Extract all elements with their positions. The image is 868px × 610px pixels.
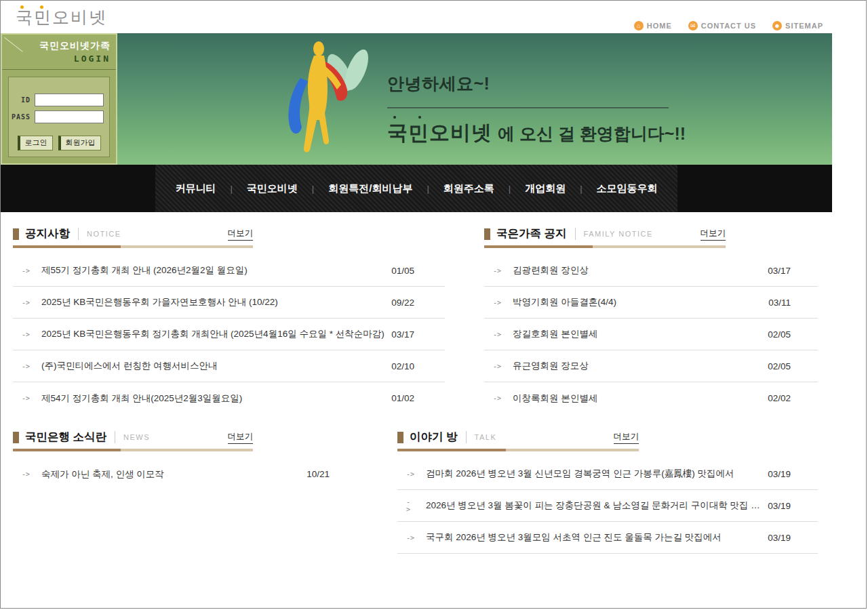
item-title[interactable]: 김광련회원 장인상 xyxy=(513,264,589,277)
id-row: ID xyxy=(9,94,109,106)
talk-list: -> 검마회 2026년 병오년 3월 신년모임 경복궁역 인근 가봉루(嘉鳳樓… xyxy=(397,458,818,554)
header-divider xyxy=(466,431,467,443)
item-date: 02/05 xyxy=(768,361,818,371)
family-notice-more-link[interactable]: 더보기 xyxy=(701,228,726,241)
item-date: 09/22 xyxy=(391,298,445,308)
item-title[interactable]: 숙제가 아닌 축제, 인생 이모작 xyxy=(41,468,164,481)
banner-divider xyxy=(387,107,669,108)
item-title[interactable]: (주)국민티에스에서 런칭한 여행서비스안내 xyxy=(41,360,218,372)
item-date: 03/17 xyxy=(768,266,818,276)
contact-us-label: CONTACT US xyxy=(701,22,756,30)
item-date: 03/19 xyxy=(768,501,818,511)
login-button[interactable]: 로그인 xyxy=(18,136,53,150)
family-notice-list: -> 김광련회원 장인상 03/17 -> 박영기회원 아들결혼(4/4) 03… xyxy=(484,255,818,414)
arrow-bullet-icon: -> xyxy=(406,498,414,513)
brand-dot-icon xyxy=(393,116,396,119)
item-title[interactable]: 이창록회원 본인별세 xyxy=(513,392,597,405)
item-date: 03/19 xyxy=(768,533,818,543)
arrow-bullet-icon: -> xyxy=(493,363,501,370)
home-icon: ⌂ xyxy=(634,21,644,30)
item-title[interactable]: 박영기회원 아들결혼(4/4) xyxy=(513,296,616,308)
item-date: 02/05 xyxy=(768,329,818,340)
mascot-illustration xyxy=(280,39,382,159)
sitemap-link[interactable]: ☻ SITEMAP xyxy=(772,21,823,30)
home-link[interactable]: ⌂ HOME xyxy=(634,21,672,30)
nav-item-member-directory[interactable]: 회원주소록 xyxy=(429,182,509,195)
pass-row: PASS xyxy=(9,110,109,123)
item-date: 03/17 xyxy=(391,329,445,340)
section-bullet-icon xyxy=(13,228,19,240)
item-title[interactable]: 검마회 2026년 병오년 3월 신년모임 경복궁역 인근 가봉루(嘉鳳樓) 맛… xyxy=(426,468,734,480)
diagonal-decoration xyxy=(4,37,22,52)
item-title[interactable]: 2025년 KB국민은행동우회 정기총회 개최안내 (2025년4월16일 수요… xyxy=(41,328,384,340)
news-list: -> 숙제가 아닌 축제, 인생 이모작 10/21 xyxy=(13,458,333,490)
nav-item-clubs[interactable]: 소모임동우회 xyxy=(583,182,672,195)
login-panel-title: 국민오비넷가족 xyxy=(39,40,111,52)
list-item: -> 장길호회원 본인별세 02/05 xyxy=(484,319,818,350)
list-item: -> 2025년 KB국민은행동우회 가을자연보호행사 안내 (10/22) 0… xyxy=(13,287,445,319)
nav-item-community[interactable]: 커뮤니티 xyxy=(161,182,230,195)
arrow-bullet-icon: -> xyxy=(22,470,30,478)
arrow-bullet-icon: -> xyxy=(493,394,501,402)
item-date: 03/11 xyxy=(768,298,818,308)
list-item: -> 유근영회원 장모상 02/05 xyxy=(484,350,818,382)
list-item: -> 2025년 KB국민은행동우회 정기총회 개최안내 (2025년4월16일… xyxy=(13,319,445,350)
notice-more-link[interactable]: 더보기 xyxy=(228,228,254,241)
nav-item-kookmin-obnet[interactable]: 국민오비넷 xyxy=(233,182,312,195)
talk-header: 이야기 방 TALK 더보기 xyxy=(397,430,639,445)
item-date: 02/02 xyxy=(768,393,818,403)
list-item: -> 이창록회원 본인별세 02/02 xyxy=(484,382,818,414)
person-icon: ☻ xyxy=(772,21,782,30)
section-bullet-icon xyxy=(484,228,490,240)
news-header: 국민은행 소식란 NEWS 더보기 xyxy=(13,430,253,445)
item-title[interactable]: 유근영회원 장모상 xyxy=(513,360,589,372)
item-title[interactable]: 제54기 정기총회 개최 안내(2025년2월3일월요일) xyxy=(41,392,242,405)
list-item: -> 검마회 2026년 병오년 3월 신년모임 경복궁역 인근 가봉루(嘉鳳樓… xyxy=(397,458,818,490)
list-item: -> (주)국민티에스에서 런칭한 여행서비스안내 02/10 xyxy=(13,350,445,382)
arrow-bullet-icon: -> xyxy=(22,363,30,370)
password-input[interactable] xyxy=(35,110,104,123)
notice-header: 공지사항 NOTICE 더보기 xyxy=(13,226,253,241)
welcome-banner: 안녕하세요~! 국민오비넷 에 오신 걸 환영합니다~!! xyxy=(117,33,832,165)
login-buttons: 로그인 회원가입 xyxy=(9,136,109,150)
banner-text: 안녕하세요~! 국민오비넷 에 오신 걸 환영합니다~!! xyxy=(387,73,686,147)
nav-strip: 커뮤니티 | 국민오비넷 | 회원특전/회비납부 | 회원주소록 | 개업회원 … xyxy=(155,165,677,212)
arrow-bullet-icon: -> xyxy=(493,299,501,306)
section-underline xyxy=(484,245,726,248)
home-label: HOME xyxy=(647,22,672,30)
news-section: 국민은행 소식란 NEWS 더보기 -> 숙제가 아닌 축제, 인생 이모작 1… xyxy=(13,430,333,490)
login-form: ID PASS 로그인 회원가입 xyxy=(8,77,110,157)
id-label: ID xyxy=(21,96,31,104)
main-navbar: 커뮤니티 | 국민오비넷 | 회원특전/회비납부 | 회원주소록 | 개업회원 … xyxy=(1,165,832,212)
nav-item-member-benefits[interactable]: 회원특전/회비납부 xyxy=(314,182,427,195)
pass-label: PASS xyxy=(12,113,31,121)
family-notice-header: 국은가족 공지 FAMILY NOTICE 더보기 xyxy=(484,226,726,241)
id-input[interactable] xyxy=(35,94,104,106)
site-logo[interactable]: 국민오비넷 xyxy=(16,6,107,28)
item-title[interactable]: 제55기 정기총회 개최 안내 (2026년2월2일 월요일) xyxy=(41,264,248,277)
item-title[interactable]: 2025년 KB국민은행동우회 가을자연보호행사 안내 (10/22) xyxy=(41,296,278,308)
item-title[interactable]: 장길호회원 본인별세 xyxy=(513,328,597,340)
arrow-bullet-icon: -> xyxy=(493,267,501,274)
nav-menu: 커뮤니티 | 국민오비넷 | 회원특전/회비납부 | 회원주소록 | 개업회원 … xyxy=(155,165,677,212)
nav-item-business-members[interactable]: 개업회원 xyxy=(511,182,580,195)
talk-subtitle: TALK xyxy=(475,433,497,441)
item-date: 02/10 xyxy=(391,361,445,371)
logo-dot-icon xyxy=(20,5,24,9)
talk-more-link[interactable]: 더보기 xyxy=(614,431,639,444)
news-more-link[interactable]: 더보기 xyxy=(228,431,254,444)
banner-welcome: 국민오비넷 에 오신 걸 환영합니다~!! xyxy=(387,119,686,147)
section-bullet-icon xyxy=(13,432,19,443)
list-item: -> 김광련회원 장인상 03/17 xyxy=(484,255,818,287)
notice-subtitle: NOTICE xyxy=(87,230,121,238)
item-date: 03/19 xyxy=(768,469,818,479)
banner-greeting: 안녕하세요~! xyxy=(387,73,686,95)
signup-button[interactable]: 회원가입 xyxy=(58,136,101,150)
item-title[interactable]: 2026년 병오년 3월 봄꽃이 피는 장충단공원 & 남소영길 문화거리 구이… xyxy=(426,500,768,512)
item-title[interactable]: 국구회 2026년 병오년 3월모임 서초역 인근 진도 울돌목 가는길 맛집에… xyxy=(426,531,722,544)
header-divider xyxy=(115,431,115,443)
top-bar: 국민오비넷 ⌂ HOME ✉ CONTACT US ☻ SITEMAP xyxy=(1,1,866,33)
contact-us-link[interactable]: ✉ CONTACT US xyxy=(688,21,756,30)
list-item: -> 국구회 2026년 병오년 3월모임 서초역 인근 진도 울돌목 가는길 … xyxy=(397,522,818,554)
logo-text: 국민오비넷 xyxy=(16,7,107,26)
